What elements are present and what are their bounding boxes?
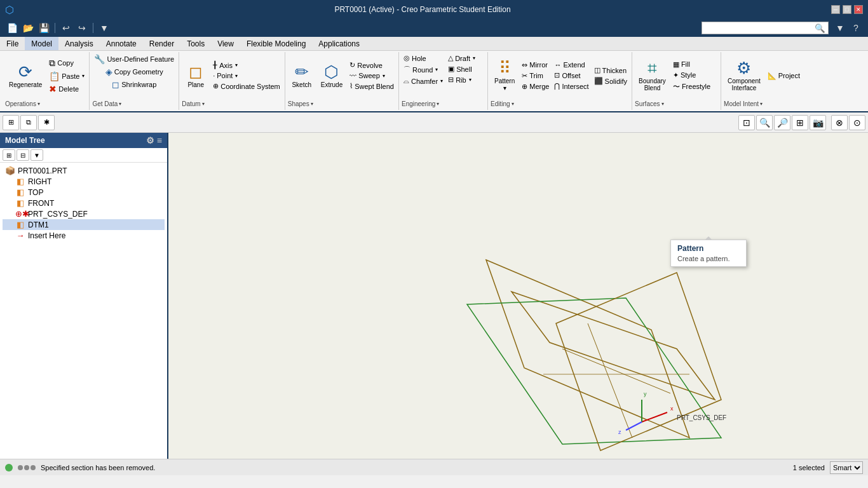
shrinkwrap-button[interactable]: ◻ Shrinkwrap <box>110 79 158 90</box>
search-button[interactable]: 🔍 <box>812 24 828 33</box>
sketch-button[interactable]: ✏ Sketch <box>288 53 316 98</box>
shapes-section-label[interactable]: Shapes ▾ <box>288 99 396 109</box>
menu-render[interactable]: Render <box>143 37 180 50</box>
fill-button[interactable]: ▦ Fill <box>671 60 712 69</box>
tree-item-dtm1[interactable]: ◧ DTM1 <box>3 219 165 230</box>
merge-button[interactable]: ⊕ Merge <box>520 82 551 92</box>
layer-tree-toggle[interactable]: ⧉ <box>20 115 37 130</box>
tree-expand-button[interactable]: ⊞ <box>3 149 15 161</box>
shell-button[interactable]: ▣ Shell <box>446 64 477 74</box>
tree-item-root[interactable]: 📦 PRT0001.PRT <box>3 165 165 176</box>
close-button[interactable]: ✕ <box>854 5 863 14</box>
tree-item-csys[interactable]: ⊕✱ PRT_CSYS_DEF <box>3 208 165 219</box>
more-qa-button[interactable]: ▼ <box>97 21 111 35</box>
mirror-button[interactable]: ⇔ Mirror <box>520 60 551 70</box>
pattern-button[interactable]: ⠿ Pattern ▾ <box>491 53 519 98</box>
freestyle-button[interactable]: 〜 Freestyle <box>671 81 712 92</box>
menu-analysis[interactable]: Analysis <box>58 37 100 50</box>
redo-button[interactable]: ↪ <box>75 21 89 35</box>
regenerate-button[interactable]: ⟳ Regenerate <box>5 53 46 98</box>
engineering-section-label[interactable]: Engineering ▾ <box>402 99 485 109</box>
offset-button[interactable]: ⊡ Offset <box>552 71 590 80</box>
zoom-to-area-button[interactable]: ⊡ <box>738 115 755 130</box>
tree-collapse-button[interactable]: ⊟ <box>17 149 29 161</box>
viewport[interactable]: x y z PRT_CSYS_DEF Pattern Create a patt… <box>168 133 868 459</box>
model-tree-toggle[interactable]: ⊞ <box>3 115 19 130</box>
menu-tools[interactable]: Tools <box>180 37 211 50</box>
intersect-button[interactable]: ⋂ Intersect <box>552 81 590 91</box>
zoom-in-button[interactable]: 🔍 <box>756 115 773 130</box>
menu-model[interactable]: Model <box>25 37 58 50</box>
new-button[interactable]: 📄 <box>5 21 19 35</box>
getdata-section-label[interactable]: Get Data ▾ <box>92 99 176 109</box>
point-dd[interactable]: ▾ <box>235 73 238 79</box>
tree-filter-button[interactable]: ▼ <box>31 149 43 161</box>
save-button[interactable]: 💾 <box>37 21 51 35</box>
selection-mode-dropdown[interactable]: Smart <box>830 461 863 474</box>
hole-button[interactable]: ◎ Hole <box>402 53 445 63</box>
editing-section-label[interactable]: Editing ▾ <box>491 99 629 109</box>
extend-button[interactable]: ↔ Extend <box>552 60 590 69</box>
feature-ops-toggle[interactable]: ✱ <box>38 115 55 130</box>
extrude-button[interactable]: ⬡ Extrude <box>317 53 346 98</box>
minimize-button[interactable]: ─ <box>831 5 840 14</box>
help-button[interactable]: ? <box>849 21 863 35</box>
tree-item-insert[interactable]: → Insert Here <box>3 230 165 241</box>
delete-button[interactable]: ✖ Delete <box>47 83 86 95</box>
titlebar-controls[interactable]: ─ □ ✕ <box>831 5 863 14</box>
search-box[interactable]: 🔍 <box>702 22 829 34</box>
menu-annotate[interactable]: Annotate <box>100 37 143 50</box>
surfaces-section-label[interactable]: Surfaces ▾ <box>635 99 718 109</box>
trim-button[interactable]: ✂ Trim <box>520 71 551 81</box>
axis-button[interactable]: ╂ Axis▾ <box>211 60 282 70</box>
pattern-dd[interactable]: ▾ <box>503 85 506 92</box>
round-button[interactable]: ⌒ Round▾ <box>402 64 445 75</box>
maximize-button[interactable]: □ <box>843 5 851 14</box>
named-view-button[interactable]: 📷 <box>810 115 826 130</box>
style-button[interactable]: ✦ Style <box>671 71 712 80</box>
extra-btn-1[interactable]: ⊗ <box>831 115 848 130</box>
menu-flexible[interactable]: Flexible Modeling <box>240 37 312 50</box>
copy-geometry-button[interactable]: ◈ Copy Geometry <box>104 66 165 78</box>
round-dd[interactable]: ▾ <box>435 67 438 72</box>
draft-button[interactable]: △ Draft▾ <box>446 53 477 63</box>
tree-item-right[interactable]: ◧ RIGHT <box>3 176 165 187</box>
draft-dd[interactable]: ▾ <box>473 55 475 61</box>
tree-item-front[interactable]: ◧ FRONT <box>3 198 165 208</box>
copy-button[interactable]: ⧉ Copy <box>47 57 86 69</box>
sweep-button[interactable]: 〰 Sweep▾ <box>348 71 396 80</box>
model-intent-section-label[interactable]: Model Intent ▾ <box>724 99 802 109</box>
sidebar-filter-icon[interactable]: ≡ <box>157 135 162 146</box>
menu-view[interactable]: View <box>211 37 240 50</box>
datum-section-label[interactable]: Datum ▾ <box>182 99 282 109</box>
menu-file[interactable]: File <box>0 37 25 50</box>
revolve-button[interactable]: ↻ Revolve <box>348 60 396 70</box>
sidebar-settings-icon[interactable]: ⚙ <box>146 135 154 146</box>
coord-button[interactable]: ⊕ Coordinate System <box>211 81 282 91</box>
sweep-dd[interactable]: ▾ <box>383 73 385 79</box>
rib-button[interactable]: ⊟ Rib▾ <box>446 75 477 85</box>
menu-applications[interactable]: Applications <box>312 37 366 50</box>
search-input[interactable] <box>702 24 812 32</box>
fit-view-button[interactable]: ⊞ <box>792 115 808 130</box>
component-interface-button[interactable]: ⚙ ComponentInterface <box>724 53 764 98</box>
plane-button[interactable]: ◻ Plane <box>182 53 210 98</box>
undo-button[interactable]: ↩ <box>59 21 73 35</box>
operations-section-label[interactable]: Operations ▾ <box>5 99 40 109</box>
user-defined-button[interactable]: 🔧 User-Defined Feature <box>92 53 176 65</box>
tree-item-top[interactable]: ◧ TOP <box>3 187 165 198</box>
chamfer-button[interactable]: ⌓ Chamfer▾ <box>402 76 445 86</box>
swept-blend-button[interactable]: ⌇ Swept Blend <box>348 81 396 91</box>
project-button[interactable]: 📐 Project <box>766 71 802 81</box>
paste-dropdown[interactable]: ▾ <box>82 73 85 79</box>
chamfer-dd[interactable]: ▾ <box>440 78 443 84</box>
solidify-button[interactable]: ⬛ Solidify <box>592 76 629 86</box>
boundary-blend-button[interactable]: ⌗ BoundaryBlend <box>635 53 670 98</box>
axis-dd[interactable]: ▾ <box>235 62 238 68</box>
extra-btn-2[interactable]: ⊙ <box>849 115 865 130</box>
paste-button[interactable]: 📋 Paste▾ <box>47 71 86 82</box>
search-options-button[interactable]: ▼ <box>833 21 847 35</box>
rib-dd[interactable]: ▾ <box>469 77 471 83</box>
open-button[interactable]: 📂 <box>21 21 35 35</box>
zoom-out-button[interactable]: 🔎 <box>774 115 790 130</box>
